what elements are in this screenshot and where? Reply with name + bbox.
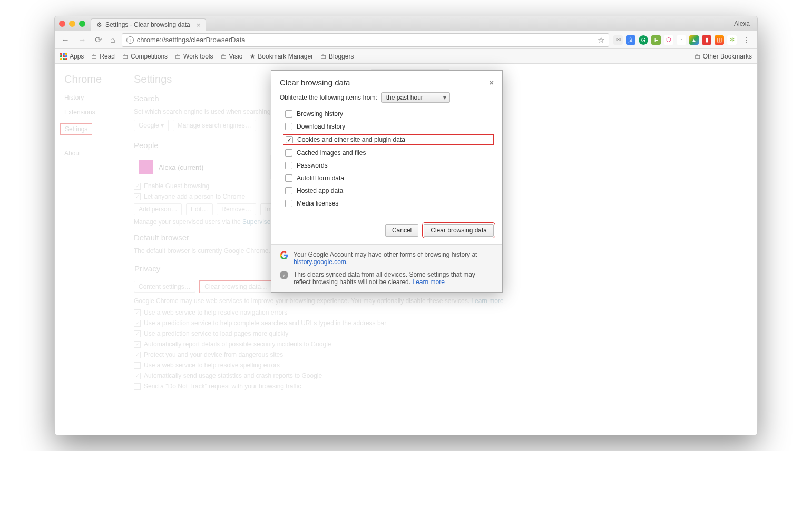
navbar: ← → ⟳ ⌂ i chrome://settings/clearBrowser… — [55, 31, 757, 49]
dialog-title: Clear browsing data — [280, 78, 350, 87]
ext-icon-chart[interactable]: ◫ — [715, 35, 724, 45]
chrome-menu-button[interactable]: ⋮ — [741, 36, 753, 44]
back-button[interactable]: ← — [59, 34, 72, 46]
checkbox-label: Download history — [297, 123, 345, 130]
home-button[interactable]: ⌂ — [108, 34, 118, 46]
tab-title: Settings - Clear browsing data — [105, 21, 190, 28]
folder-icon: 🗀 — [320, 53, 327, 60]
time-range-select[interactable]: the past hour — [381, 92, 450, 103]
account-history-text: Your Google Account may have other forms… — [294, 251, 494, 266]
forward-button[interactable]: → — [76, 34, 89, 46]
bookmark-star-icon[interactable]: ☆ — [598, 35, 604, 45]
ext-icon-bug[interactable]: ✲ — [727, 35, 737, 45]
clear-item-2[interactable]: Cookies and other site and plugin data — [283, 134, 494, 145]
ext-icon-mail[interactable]: ✉ — [613, 35, 623, 45]
obliterate-label: Obliterate the following items from: — [280, 94, 377, 101]
checkbox-icon — [285, 123, 292, 130]
clear-item-5[interactable]: Autofill form data — [283, 173, 494, 183]
titlebar: ⚙ Settings - Clear browsing data × Alexa — [55, 16, 757, 31]
checkbox-icon — [285, 200, 292, 207]
sync-info-text: This clears synced data from all devices… — [294, 271, 494, 286]
clear-item-6[interactable]: Hosted app data — [283, 186, 494, 196]
window-controls — [59, 21, 85, 27]
checkbox-label: Cached images and files — [297, 149, 366, 157]
ext-icon-g[interactable]: G — [639, 35, 648, 45]
info-icon: i — [280, 271, 288, 279]
checkbox-label: Cookies and other site and plugin data — [297, 136, 405, 143]
learn-more-link[interactable]: Learn more — [412, 278, 444, 286]
browser-tab[interactable]: ⚙ Settings - Clear browsing data × — [91, 18, 206, 31]
star-icon: ★ — [250, 53, 256, 60]
tab-close-icon[interactable]: × — [197, 21, 201, 29]
history-google-link[interactable]: history.google.com — [294, 258, 346, 266]
checkbox-label: Browsing history — [297, 110, 343, 118]
checkbox-label: Passwords — [297, 162, 328, 169]
minimize-window-button[interactable] — [69, 21, 75, 27]
close-window-button[interactable] — [59, 21, 65, 27]
page-content: Chrome History Extensions Settings About… — [55, 64, 757, 435]
ext-icon-translate[interactable]: 文 — [626, 35, 635, 45]
address-bar[interactable]: i chrome://settings/clearBrowserData ☆ — [122, 33, 609, 47]
clear-item-0[interactable]: Browsing history — [283, 109, 494, 119]
clear-item-3[interactable]: Cached images and files — [283, 148, 494, 158]
folder-icon: 🗀 — [694, 53, 701, 60]
browser-window: ⚙ Settings - Clear browsing data × Alexa… — [54, 16, 758, 435]
bookmark-bar: Apps 🗀Read 🗀Competitions 🗀Work tools 🗀Vi… — [55, 49, 757, 64]
checkbox-label: Hosted app data — [297, 187, 343, 194]
profile-name[interactable]: Alexa — [734, 20, 750, 27]
bookmark-read[interactable]: 🗀Read — [91, 53, 115, 60]
checkbox-icon — [286, 136, 293, 143]
clear-item-1[interactable]: Download history — [283, 122, 494, 131]
maximize-window-button[interactable] — [79, 21, 85, 27]
folder-icon: 🗀 — [91, 53, 97, 60]
dialog-close-button[interactable]: × — [489, 78, 494, 87]
bookmark-competitions[interactable]: 🗀Competitions — [122, 53, 168, 60]
clear-browsing-data-button[interactable]: Clear browsing data — [424, 224, 494, 237]
checkbox-label: Media licenses — [297, 200, 338, 207]
google-icon — [280, 251, 288, 259]
checkbox-icon — [285, 149, 292, 157]
url-text: chrome://settings/clearBrowserData — [137, 36, 246, 44]
bookmark-visio[interactable]: 🗀Visio — [221, 53, 243, 60]
cancel-button[interactable]: Cancel — [385, 224, 418, 237]
reload-button[interactable]: ⟳ — [93, 34, 104, 46]
bookmark-bloggers[interactable]: 🗀Bloggers — [320, 53, 354, 60]
extension-icons: ✉ 文 G F ⬡ r ▲ ▮ ◫ ✲ — [613, 35, 737, 45]
gear-icon: ⚙ — [96, 21, 102, 28]
clear-item-7[interactable]: Media licenses — [283, 199, 494, 208]
ext-icon-hex[interactable]: ⬡ — [664, 35, 673, 45]
checkbox-label: Autofill form data — [297, 174, 344, 182]
bookmark-other[interactable]: 🗀Other Bookmarks — [694, 53, 752, 60]
bookmark-work-tools[interactable]: 🗀Work tools — [175, 53, 213, 60]
checkbox-icon — [285, 162, 292, 169]
checkbox-icon — [285, 187, 292, 194]
ext-icon-flag[interactable]: ▮ — [702, 35, 711, 45]
ext-icon-f[interactable]: F — [651, 35, 661, 45]
checkbox-icon — [285, 110, 292, 118]
ext-icon-drive[interactable]: ▲ — [689, 35, 699, 45]
folder-icon: 🗀 — [175, 53, 181, 60]
bookmark-manager[interactable]: ★Bookmark Manager — [250, 53, 313, 60]
bookmark-apps[interactable]: Apps — [60, 53, 84, 60]
folder-icon: 🗀 — [122, 53, 129, 60]
site-info-icon[interactable]: i — [126, 36, 134, 44]
clear-browsing-data-dialog: Clear browsing data × Obliterate the fol… — [271, 70, 503, 293]
clear-item-4[interactable]: Passwords — [283, 161, 494, 170]
folder-icon: 🗀 — [221, 53, 227, 60]
ext-icon-r[interactable]: r — [677, 35, 686, 45]
checkbox-icon — [285, 174, 292, 182]
